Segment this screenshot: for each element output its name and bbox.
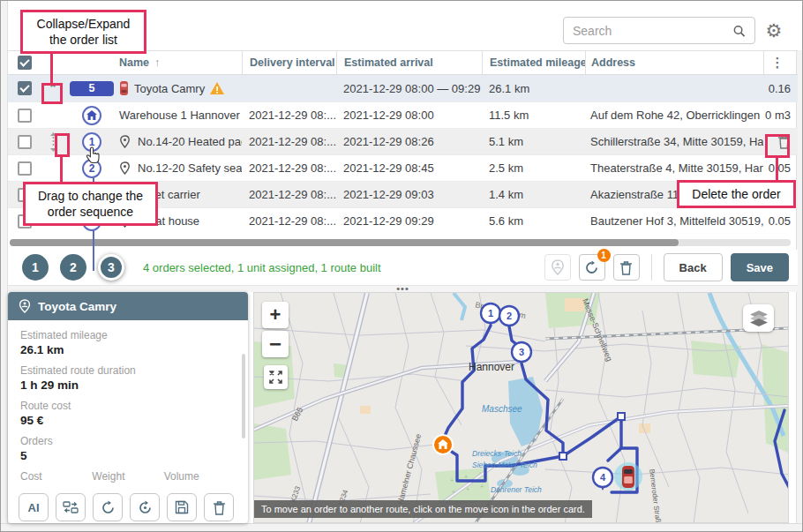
delete-button[interactable]	[204, 493, 234, 521]
column-menu-kebab-icon[interactable]: ⋮	[763, 51, 792, 74]
stat-value: 1 h 29 min	[20, 378, 236, 392]
gear-icon[interactable]: ⚙	[764, 21, 784, 41]
callout-delete-order: Delete the order	[677, 180, 796, 208]
delivery-cell: 2021-12-29 08:...	[242, 109, 336, 122]
warning-icon	[210, 82, 224, 94]
mileage-cell: 26.1 km	[482, 82, 585, 95]
orders-count-badge: 5	[70, 81, 114, 96]
location-pin-icon	[119, 135, 131, 148]
step-3-current[interactable]: 3	[98, 254, 124, 281]
zoom-out-button[interactable]: −	[262, 331, 289, 357]
svg-text:4: 4	[600, 472, 606, 483]
map-label: Döhrener Teich	[491, 485, 542, 494]
reassign-unit-button[interactable]	[56, 493, 86, 521]
row-checkbox[interactable]	[18, 81, 32, 95]
map[interactable]: +++ +++	[253, 292, 789, 523]
svg-text:+: +	[480, 483, 484, 490]
recalculate-button[interactable]	[130, 493, 160, 521]
svg-text:1: 1	[488, 308, 493, 318]
select-all-checkbox[interactable]	[18, 56, 32, 70]
unit-car-marker[interactable]	[614, 462, 642, 491]
ai-optimize-button[interactable]: AI	[19, 493, 49, 521]
fullscreen-button[interactable]	[264, 365, 288, 389]
svg-text:+: +	[464, 474, 468, 480]
table-row-order[interactable]: 1 No.14-20 Heated pad 2021-12-29 08:... …	[8, 128, 798, 154]
divider	[651, 254, 652, 281]
mileage-cell: 11.5 km	[482, 109, 585, 122]
step-1[interactable]: 1	[22, 254, 49, 281]
metric-cost-label: Cost	[20, 470, 92, 483]
sort-asc-icon: ↑	[154, 56, 160, 69]
splitter-handle[interactable]: •••	[8, 285, 798, 292]
refresh-button[interactable]	[93, 493, 123, 521]
map-hint-tooltip: To move an order to another route, click…	[254, 500, 592, 518]
fullscreen-icon	[269, 371, 282, 384]
column-estimated-mileage[interactable]: Estimated mileage	[482, 51, 585, 74]
save-button[interactable]: Save	[731, 253, 789, 281]
layers-button[interactable]	[743, 304, 774, 332]
locate-unit-button[interactable]	[544, 254, 571, 281]
arrival-cell: 2021-12-29 08:26	[336, 135, 482, 148]
row-checkbox[interactable]	[18, 109, 32, 123]
trash-icon	[619, 260, 633, 275]
panel-header[interactable]: Toyota Camry	[8, 292, 248, 320]
person-pin-icon	[19, 299, 31, 313]
back-button[interactable]: Back	[664, 253, 723, 281]
stat-label: Estimated route duration	[20, 364, 236, 377]
arrival-cell: 2021-12-29 08:00	[336, 109, 482, 122]
app-window: ⚙ Name↑ Delivery interval Estimated arri…	[0, 0, 803, 532]
scrollbar-thumb[interactable]	[10, 239, 679, 246]
callout-connector	[776, 158, 778, 180]
column-address[interactable]: Address	[585, 51, 763, 74]
callout-connector	[50, 51, 53, 83]
highlight-collapse-chevron	[41, 83, 63, 104]
column-name[interactable]: Name↑	[119, 56, 242, 69]
save-route-button[interactable]	[167, 493, 197, 521]
volume-cell: 0.16	[763, 82, 792, 95]
map-canvas: +++ +++	[254, 293, 789, 523]
table-row-order[interactable]: 2 No.12-20 Safety seat 2021-12-29 08:...…	[8, 154, 798, 181]
metric-weight-label: Weight	[92, 470, 163, 483]
steps-bar: 1 2 3 4 orders selected, 1 unit assigned…	[8, 250, 798, 285]
warehouse-marker[interactable]	[433, 435, 453, 454]
search-input[interactable]	[573, 24, 732, 38]
delivery-cell: 2021-12-29 08:...	[242, 188, 336, 201]
volume-cell: 0 m3	[763, 109, 792, 122]
callout-connector	[60, 157, 63, 182]
truck-swap-icon	[63, 500, 79, 514]
mileage-cell: 5.6 km	[482, 214, 585, 228]
column-delivery-interval[interactable]: Delivery interval	[242, 51, 336, 74]
row-checkbox[interactable]	[18, 135, 32, 149]
mouse-cursor-hand	[86, 146, 101, 165]
delete-route-button[interactable]	[613, 254, 640, 281]
table-row-unit[interactable]: ⌃ 5 Toyota Camry 2021-12-29 08:00 — 09:2…	[8, 75, 798, 101]
search-icon[interactable]	[732, 24, 746, 38]
address-cell: Bautzener Hof 3, Mittelfeld 30519,...	[585, 214, 763, 228]
stop-name: Warehouse 1 Hannover	[119, 109, 240, 122]
row-checkbox[interactable]	[18, 161, 32, 176]
highlight-delete-icon	[765, 134, 790, 158]
order-name: No.12-20 Safety seat	[138, 161, 242, 175]
highlight-drag-handle	[55, 133, 70, 157]
arrival-cell: 2021-12-29 08:45	[336, 161, 482, 175]
svg-text:+: +	[450, 477, 454, 483]
panel-scrollbar[interactable]	[242, 354, 245, 438]
step-2[interactable]: 2	[60, 254, 86, 281]
search-box[interactable]	[563, 17, 755, 44]
metric-volume-label: Volume	[164, 470, 236, 483]
bottom-gutter	[1, 523, 803, 531]
stat-label: Orders	[20, 435, 236, 447]
zoom-in-button[interactable]: +	[262, 302, 289, 328]
panel-title: Toyota Camry	[38, 300, 116, 313]
mileage-cell: 5.1 km	[482, 135, 585, 148]
map-label-city: Hannover	[469, 361, 514, 373]
svg-text:2: 2	[507, 311, 512, 321]
column-estimated-arrival[interactable]: Estimated arrival	[336, 51, 482, 74]
sync-dot-icon	[138, 500, 153, 515]
person-pin-icon	[551, 259, 565, 275]
refresh-routes-button[interactable]: 1	[579, 254, 605, 281]
stat-label: Estimated mileage	[20, 329, 236, 341]
location-pin-icon	[119, 161, 131, 175]
table-row-warehouse[interactable]: Warehouse 1 Hannover 2021-12-29 08:... 2…	[8, 101, 798, 128]
horizontal-scrollbar[interactable]	[10, 239, 791, 246]
